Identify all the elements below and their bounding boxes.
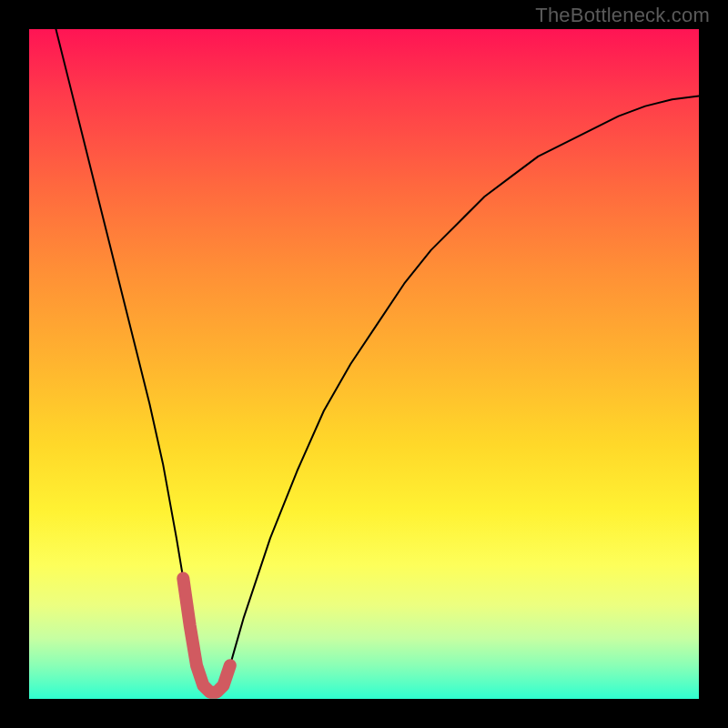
watermark-label: TheBottleneck.com [535, 4, 710, 27]
curves-svg [29, 29, 699, 699]
plot-area [29, 29, 699, 699]
chart-frame: TheBottleneck.com [0, 0, 728, 728]
optimal-zone-highlight [183, 579, 230, 693]
bottleneck-curve [56, 29, 699, 693]
